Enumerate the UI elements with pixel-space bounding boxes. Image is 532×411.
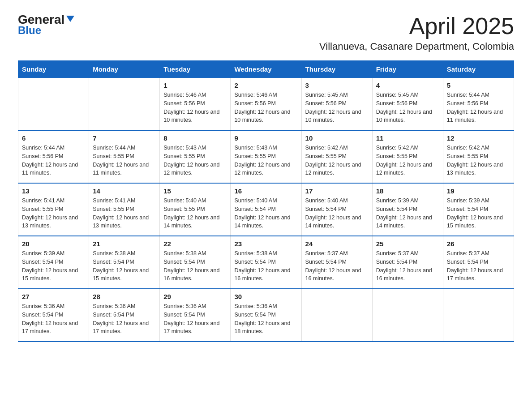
day-info: Sunrise: 5:38 AM Sunset: 5:54 PM Dayligh…: [93, 249, 156, 283]
day-info: Sunrise: 5:42 AM Sunset: 5:55 PM Dayligh…: [305, 144, 369, 177]
col-friday: Friday: [372, 61, 443, 78]
day-number: 17: [305, 187, 369, 195]
day-info: Sunrise: 5:44 AM Sunset: 5:56 PM Dayligh…: [447, 91, 510, 124]
table-row: 6Sunrise: 5:44 AM Sunset: 5:56 PM Daylig…: [18, 130, 89, 183]
logo-text-blue: Blue: [18, 24, 41, 37]
day-info: Sunrise: 5:45 AM Sunset: 5:56 PM Dayligh…: [305, 91, 369, 124]
day-number: 7: [93, 134, 156, 142]
day-info: Sunrise: 5:37 AM Sunset: 5:54 PM Dayligh…: [376, 249, 439, 283]
svg-marker-0: [66, 16, 74, 22]
day-number: 9: [234, 134, 297, 142]
table-row: 7Sunrise: 5:44 AM Sunset: 5:55 PM Daylig…: [89, 130, 160, 183]
table-row: 18Sunrise: 5:39 AM Sunset: 5:54 PM Dayli…: [372, 183, 443, 236]
table-row: 10Sunrise: 5:42 AM Sunset: 5:55 PM Dayli…: [301, 130, 372, 183]
table-row: 14Sunrise: 5:41 AM Sunset: 5:55 PM Dayli…: [89, 183, 160, 236]
day-info: Sunrise: 5:38 AM Sunset: 5:54 PM Dayligh…: [163, 249, 227, 283]
table-row: 11Sunrise: 5:42 AM Sunset: 5:55 PM Dayli…: [372, 130, 443, 183]
day-number: 1: [163, 81, 227, 89]
calendar-title: April 2025: [319, 13, 514, 39]
calendar-week-row: 6Sunrise: 5:44 AM Sunset: 5:56 PM Daylig…: [18, 130, 514, 183]
day-number: 16: [234, 187, 297, 195]
day-number: 4: [376, 81, 439, 89]
calendar-week-row: 27Sunrise: 5:36 AM Sunset: 5:54 PM Dayli…: [18, 289, 514, 342]
day-info: Sunrise: 5:38 AM Sunset: 5:54 PM Dayligh…: [234, 249, 297, 283]
table-row: [18, 78, 89, 131]
col-tuesday: Tuesday: [160, 61, 231, 78]
day-number: 18: [376, 187, 439, 195]
day-number: 14: [93, 187, 156, 195]
table-row: 3Sunrise: 5:45 AM Sunset: 5:56 PM Daylig…: [301, 78, 372, 131]
table-row: 1Sunrise: 5:46 AM Sunset: 5:56 PM Daylig…: [160, 78, 231, 131]
day-info: Sunrise: 5:37 AM Sunset: 5:54 PM Dayligh…: [305, 249, 369, 283]
table-row: [89, 78, 160, 131]
day-number: 8: [163, 134, 227, 142]
table-row: [372, 289, 443, 342]
table-row: [443, 289, 514, 342]
day-info: Sunrise: 5:40 AM Sunset: 5:54 PM Dayligh…: [234, 197, 297, 230]
day-info: Sunrise: 5:41 AM Sunset: 5:55 PM Dayligh…: [22, 197, 85, 230]
table-row: 23Sunrise: 5:38 AM Sunset: 5:54 PM Dayli…: [231, 236, 301, 289]
table-row: 19Sunrise: 5:39 AM Sunset: 5:54 PM Dayli…: [443, 183, 514, 236]
day-info: Sunrise: 5:39 AM Sunset: 5:54 PM Dayligh…: [447, 197, 510, 230]
table-row: 25Sunrise: 5:37 AM Sunset: 5:54 PM Dayli…: [372, 236, 443, 289]
calendar-week-row: 13Sunrise: 5:41 AM Sunset: 5:55 PM Dayli…: [18, 183, 514, 236]
calendar-week-row: 1Sunrise: 5:46 AM Sunset: 5:56 PM Daylig…: [18, 78, 514, 131]
day-number: 13: [22, 187, 85, 195]
day-number: 19: [447, 187, 510, 195]
day-number: 22: [163, 240, 227, 248]
day-number: 11: [376, 134, 439, 142]
day-info: Sunrise: 5:42 AM Sunset: 5:55 PM Dayligh…: [376, 144, 439, 177]
table-row: [301, 289, 372, 342]
day-info: Sunrise: 5:43 AM Sunset: 5:55 PM Dayligh…: [163, 144, 227, 177]
table-row: 20Sunrise: 5:39 AM Sunset: 5:54 PM Dayli…: [18, 236, 89, 289]
day-info: Sunrise: 5:45 AM Sunset: 5:56 PM Dayligh…: [376, 91, 439, 124]
day-number: 26: [447, 240, 510, 248]
day-number: 27: [22, 293, 85, 300]
calendar-table: Sunday Monday Tuesday Wednesday Thursday…: [18, 60, 514, 342]
table-row: 12Sunrise: 5:42 AM Sunset: 5:55 PM Dayli…: [443, 130, 514, 183]
table-row: 5Sunrise: 5:44 AM Sunset: 5:56 PM Daylig…: [443, 78, 514, 131]
col-wednesday: Wednesday: [231, 61, 301, 78]
calendar-subtitle: Villanueva, Casanare Department, Colombi…: [319, 41, 514, 52]
day-info: Sunrise: 5:41 AM Sunset: 5:55 PM Dayligh…: [93, 197, 156, 230]
day-info: Sunrise: 5:43 AM Sunset: 5:55 PM Dayligh…: [234, 144, 297, 177]
day-info: Sunrise: 5:36 AM Sunset: 5:54 PM Dayligh…: [234, 302, 297, 336]
table-row: 4Sunrise: 5:45 AM Sunset: 5:56 PM Daylig…: [372, 78, 443, 131]
table-row: 8Sunrise: 5:43 AM Sunset: 5:55 PM Daylig…: [160, 130, 231, 183]
col-monday: Monday: [89, 61, 160, 78]
day-number: 6: [22, 134, 85, 142]
col-thursday: Thursday: [301, 61, 372, 78]
day-info: Sunrise: 5:44 AM Sunset: 5:55 PM Dayligh…: [93, 144, 156, 177]
table-row: 26Sunrise: 5:37 AM Sunset: 5:54 PM Dayli…: [443, 236, 514, 289]
day-number: 24: [305, 240, 369, 248]
day-info: Sunrise: 5:46 AM Sunset: 5:56 PM Dayligh…: [163, 91, 227, 124]
day-info: Sunrise: 5:37 AM Sunset: 5:54 PM Dayligh…: [447, 249, 510, 283]
table-row: 17Sunrise: 5:40 AM Sunset: 5:54 PM Dayli…: [301, 183, 372, 236]
day-info: Sunrise: 5:36 AM Sunset: 5:54 PM Dayligh…: [93, 302, 156, 336]
logo: General Blue: [18, 13, 75, 37]
table-row: 13Sunrise: 5:41 AM Sunset: 5:55 PM Dayli…: [18, 183, 89, 236]
day-info: Sunrise: 5:46 AM Sunset: 5:56 PM Dayligh…: [234, 91, 297, 124]
day-number: 23: [234, 240, 297, 248]
day-number: 5: [447, 81, 510, 89]
day-info: Sunrise: 5:36 AM Sunset: 5:54 PM Dayligh…: [22, 302, 85, 336]
day-number: 12: [447, 134, 510, 142]
table-row: 27Sunrise: 5:36 AM Sunset: 5:54 PM Dayli…: [18, 289, 89, 342]
day-info: Sunrise: 5:39 AM Sunset: 5:54 PM Dayligh…: [22, 249, 85, 283]
table-row: 28Sunrise: 5:36 AM Sunset: 5:54 PM Dayli…: [89, 289, 160, 342]
day-number: 29: [163, 293, 227, 300]
day-info: Sunrise: 5:39 AM Sunset: 5:54 PM Dayligh…: [376, 197, 439, 230]
page-header: General Blue April 2025 Villanueva, Casa…: [18, 13, 514, 52]
table-row: 24Sunrise: 5:37 AM Sunset: 5:54 PM Dayli…: [301, 236, 372, 289]
table-row: 29Sunrise: 5:36 AM Sunset: 5:54 PM Dayli…: [160, 289, 231, 342]
day-info: Sunrise: 5:40 AM Sunset: 5:55 PM Dayligh…: [163, 197, 227, 230]
table-row: 9Sunrise: 5:43 AM Sunset: 5:55 PM Daylig…: [231, 130, 301, 183]
logo-arrow-icon: [65, 14, 75, 24]
day-number: 15: [163, 187, 227, 195]
table-row: 2Sunrise: 5:46 AM Sunset: 5:56 PM Daylig…: [231, 78, 301, 131]
col-sunday: Sunday: [18, 61, 89, 78]
table-row: 22Sunrise: 5:38 AM Sunset: 5:54 PM Dayli…: [160, 236, 231, 289]
calendar-week-row: 20Sunrise: 5:39 AM Sunset: 5:54 PM Dayli…: [18, 236, 514, 289]
calendar-header-row: Sunday Monday Tuesday Wednesday Thursday…: [18, 61, 514, 78]
day-number: 20: [22, 240, 85, 248]
